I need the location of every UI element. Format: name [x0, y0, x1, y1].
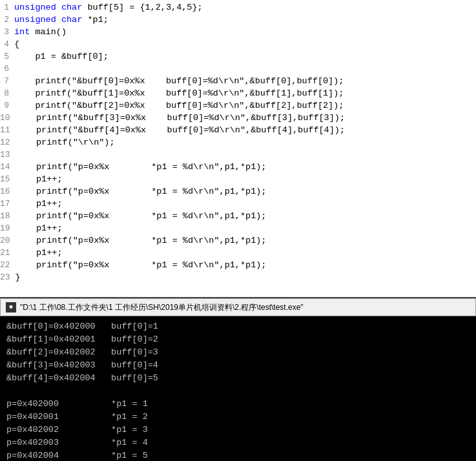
line-code: unsigned char buff[5] = {1,2,3,4,5}; [14, 1, 203, 14]
line-code: } [16, 271, 21, 283]
line-number: 12 [0, 136, 16, 149]
line-code: printf("p=0x%x *p1 = %d\r\n",p1,*p1); [16, 210, 267, 222]
code-line: 14 printf("p=0x%x *p1 = %d\r\n",p1,*p1); [0, 161, 476, 173]
line-number: 5 [0, 50, 14, 63]
terminal-output-line: p=0x402002 *p1 = 3 [6, 424, 470, 436]
line-number: 20 [0, 234, 16, 247]
code-line: 3int main() [0, 26, 476, 38]
terminal-body: &buff[0]=0x402000 buff[0]=1&buff[1]=0x40… [0, 316, 476, 461]
code-line: 2unsigned char *p1; [0, 14, 476, 26]
line-number: 17 [0, 198, 16, 210]
line-code: printf("\r\n"); [16, 136, 115, 149]
line-code: printf("&buff[0]=0x%x buff[0]=%d\r\n",&b… [14, 75, 344, 87]
code-line: 15 p1++; [0, 173, 476, 185]
code-line: 22 printf("p=0x%x *p1 = %d\r\n",p1,*p1); [0, 259, 476, 271]
terminal-output-line: p=0x402001 *p1 = 2 [6, 411, 470, 424]
code-line: 10 printf("&buff[3]=0x%x buff[0]=%d\r\n"… [0, 112, 476, 124]
code-line: 23} [0, 271, 476, 283]
line-number: 8 [0, 87, 14, 99]
terminal-output-line: &buff[3]=0x402003 buff[0]=4 [6, 359, 470, 372]
line-number: 9 [0, 99, 14, 112]
line-code: printf("&buff[4]=0x%x buff[0]=%d\r\n",&b… [16, 124, 345, 136]
code-line: 18 printf("p=0x%x *p1 = %d\r\n",p1,*p1); [0, 210, 476, 222]
code-line: 1unsigned char buff[5] = {1,2,3,4,5}; [0, 1, 476, 14]
line-number: 18 [0, 210, 16, 222]
line-number: 23 [0, 271, 16, 283]
terminal-title: "D:\1 工作\08.工作文件夹\1 工作经历\SH\2019单片机培训资料\… [20, 302, 304, 313]
code-line: 7 printf("&buff[0]=0x%x buff[0]=%d\r\n",… [0, 75, 476, 87]
line-number: 15 [0, 173, 16, 185]
line-number: 21 [0, 247, 16, 259]
code-line: 9 printf("&buff[2]=0x%x buff[0]=%d\r\n",… [0, 99, 476, 112]
code-line: 5 p1 = &buff[0]; [0, 50, 476, 63]
line-code: p1++; [16, 198, 63, 210]
line-code: printf("p=0x%x *p1 = %d\r\n",p1,*p1); [16, 234, 267, 247]
line-code: printf("&buff[2]=0x%x buff[0]=%d\r\n",&b… [14, 99, 344, 112]
terminal-output-line: &buff[4]=0x402004 buff[0]=5 [6, 372, 470, 385]
line-code: p1++; [16, 247, 63, 259]
terminal-output-line: p=0x402000 *p1 = 1 [6, 398, 470, 411]
terminal-output-line: &buff[1]=0x402001 buff[0]=2 [6, 333, 470, 346]
line-number: 3 [0, 26, 14, 38]
line-code: int main() [14, 26, 67, 38]
line-number: 4 [0, 38, 14, 50]
line-number: 22 [0, 259, 16, 271]
line-code: printf("p=0x%x *p1 = %d\r\n",p1,*p1); [16, 259, 267, 271]
terminal-output-line: &buff[2]=0x402002 buff[0]=3 [6, 346, 470, 359]
line-code: p1++; [16, 222, 63, 234]
code-line: 21 p1++; [0, 247, 476, 259]
line-code: printf("&buff[3]=0x%x buff[0]=%d\r\n",&b… [16, 112, 345, 124]
terminal-output-line: &buff[0]=0x402000 buff[0]=1 [6, 320, 470, 333]
line-number: 6 [0, 63, 14, 75]
line-code: p1++; [16, 173, 63, 185]
code-line: 13 [0, 149, 476, 161]
code-line: 17 p1++; [0, 198, 476, 210]
line-code: unsigned char *p1; [14, 14, 109, 26]
line-code: printf("p=0x%x *p1 = %d\r\n",p1,*p1); [16, 161, 267, 173]
code-line: 19 p1++; [0, 222, 476, 234]
code-line: 8 printf("&buff[1]=0x%x buff[0]=%d\r\n",… [0, 87, 476, 99]
line-number: 10 [0, 112, 16, 124]
line-number: 19 [0, 222, 16, 234]
line-code: printf("&buff[1]=0x%x buff[0]=%d\r\n",&b… [14, 87, 344, 99]
line-number: 2 [0, 14, 14, 26]
code-line: 4{ [0, 38, 476, 50]
code-line: 20 printf("p=0x%x *p1 = %d\r\n",p1,*p1); [0, 234, 476, 247]
line-number: 1 [0, 1, 14, 14]
line-number: 14 [0, 161, 16, 173]
line-code: { [14, 38, 19, 50]
terminal-output-line: p=0x402004 *p1 = 5 [6, 449, 470, 461]
line-code: p1 = &buff[0]; [14, 50, 109, 63]
editor-area: 1unsigned char buff[5] = {1,2,3,4,5};2un… [0, 0, 476, 297]
terminal-container: ■ "D:\1 工作\08.工作文件夹\1 工作经历\SH\2019单片机培训资… [0, 297, 476, 461]
code-line: 6 [0, 63, 476, 75]
line-number: 16 [0, 185, 16, 198]
line-number: 13 [0, 149, 16, 161]
code-line: 11 printf("&buff[4]=0x%x buff[0]=%d\r\n"… [0, 124, 476, 136]
terminal-output-line: p=0x402003 *p1 = 4 [6, 436, 470, 449]
line-number: 7 [0, 75, 14, 87]
code-line: 16 printf("p=0x%x *p1 = %d\r\n",p1,*p1); [0, 185, 476, 198]
code-line: 12 printf("\r\n"); [0, 136, 476, 149]
line-number: 11 [0, 124, 16, 136]
terminal-empty-line [6, 385, 470, 398]
terminal-icon: ■ [6, 302, 16, 312]
terminal-titlebar: ■ "D:\1 工作\08.工作文件夹\1 工作经历\SH\2019单片机培训资… [0, 298, 476, 316]
line-code: printf("p=0x%x *p1 = %d\r\n",p1,*p1); [16, 185, 267, 198]
